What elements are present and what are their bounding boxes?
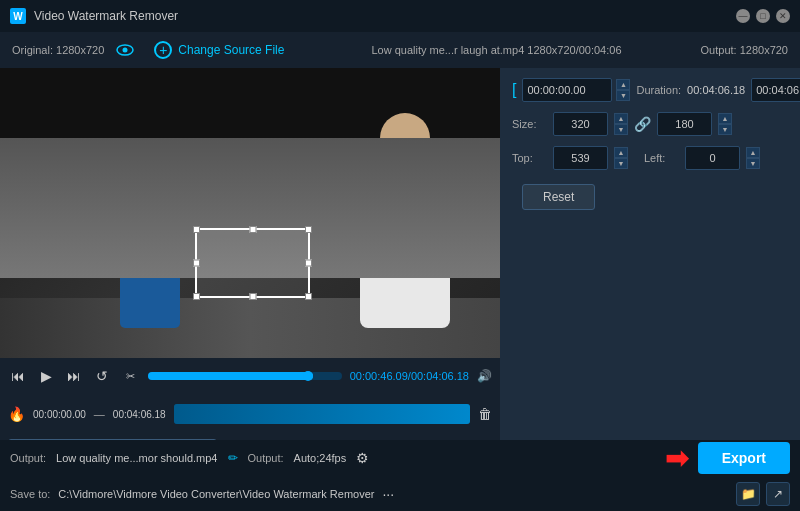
left-down[interactable]: ▼: [746, 158, 760, 169]
width-up[interactable]: ▲: [614, 113, 628, 124]
maximize-button[interactable]: □: [756, 9, 770, 23]
clip-start-time: 00:00:00.00: [33, 409, 86, 420]
size-row: Size: ▲ ▼ 🔗 ▲ ▼: [512, 112, 800, 136]
folder-icon-button[interactable]: 📁: [736, 482, 760, 506]
handle-bottom-right[interactable]: [305, 293, 312, 300]
size-label: Size:: [512, 118, 547, 130]
red-arrow-icon: ➡: [665, 442, 688, 475]
quality-label: Output:: [248, 452, 284, 464]
app-title: Video Watermark Remover: [34, 9, 178, 23]
output-text-label: Output:: [10, 452, 46, 464]
add-circle-icon: +: [154, 41, 172, 59]
left-input[interactable]: [685, 146, 740, 170]
file-info: Low quality me...r laugh at.mp4 1280x720…: [371, 44, 621, 56]
output-filename: Low quality me...mor should.mp4: [56, 452, 217, 464]
playback-controls: ⏮ ▶ ⏭ ↺ ✂ 00:00:46.09/00:04:06.18 🔊: [0, 358, 500, 394]
save-path-value: C:\Vidmore\Vidmore Video Converter\Video…: [58, 488, 374, 500]
prev-button[interactable]: ⏮: [8, 366, 28, 386]
start-time-up[interactable]: ▲: [616, 79, 630, 90]
export-section: ➡ Export: [665, 442, 790, 475]
next-button[interactable]: ⏭: [64, 366, 84, 386]
time-range-row: [ ▲ ▼ Duration: 00:04:06.18 ▲ ▼: [512, 78, 800, 102]
height-down[interactable]: ▼: [718, 124, 732, 135]
play-button[interactable]: ▶: [36, 366, 56, 386]
close-button[interactable]: ✕: [776, 9, 790, 23]
change-source-button[interactable]: + Change Source File: [146, 37, 292, 63]
handle-top-right[interactable]: [305, 226, 312, 233]
handle-mid-left[interactable]: [193, 260, 200, 267]
width-spinners: ▲ ▼: [614, 113, 628, 135]
change-source-label: Change Source File: [178, 43, 284, 57]
top-label: Top:: [512, 152, 547, 164]
end-time-group: ▲ ▼: [751, 78, 800, 102]
start-time-group: ▲ ▼: [522, 78, 630, 102]
clip-end-time: 00:04:06.18: [113, 409, 166, 420]
svg-point-1: [123, 48, 128, 53]
loop-button[interactable]: ↺: [92, 366, 112, 386]
top-bar: Original: 1280x720 + Change Source File …: [0, 32, 800, 68]
start-time-input[interactable]: [522, 78, 612, 102]
app-window: W Video Watermark Remover — □ ✕ Original…: [0, 0, 800, 511]
top-up[interactable]: ▲: [614, 147, 628, 158]
reset-button[interactable]: Reset: [522, 184, 595, 210]
width-down[interactable]: ▼: [614, 124, 628, 135]
handle-top-mid[interactable]: [249, 226, 256, 233]
top-spinners: ▲ ▼: [614, 147, 628, 169]
top-bar-left: Original: 1280x720 + Change Source File: [12, 37, 292, 63]
handle-bottom-left[interactable]: [193, 293, 200, 300]
save-bar: Save to: C:\Vidmore\Vidmore Video Conver…: [0, 476, 800, 511]
export-button[interactable]: Export: [698, 442, 790, 474]
edit-output-icon[interactable]: ✏: [228, 451, 238, 465]
volume-icon[interactable]: 🔊: [477, 369, 492, 383]
size-width-input[interactable]: [553, 112, 608, 136]
save-icon-group: 📁 ↗: [736, 482, 790, 506]
eye-icon[interactable]: [116, 44, 134, 56]
handle-mid-right[interactable]: [305, 260, 312, 267]
left-up[interactable]: ▲: [746, 147, 760, 158]
original-label: Original: 1280x720: [12, 44, 104, 56]
output-label: Output: 1280x720: [701, 44, 788, 56]
current-time-display: 00:00:46.09/00:04:06.18: [350, 370, 469, 382]
clip-dash: —: [94, 408, 105, 420]
clip-bar[interactable]: [174, 404, 470, 424]
left-spinners: ▲ ▼: [746, 147, 760, 169]
playback-timeline[interactable]: [148, 372, 342, 380]
size-height-input[interactable]: [657, 112, 712, 136]
top-input[interactable]: [553, 146, 608, 170]
start-time-spinners: ▲ ▼: [616, 79, 630, 101]
duration-value: 00:04:06.18: [687, 84, 745, 96]
title-bar: W Video Watermark Remover — □ ✕: [0, 0, 800, 32]
left-label: Left:: [644, 152, 679, 164]
bracket-left-icon: [: [512, 81, 516, 99]
position-row: Top: ▲ ▼ Left: ▲ ▼: [512, 146, 800, 170]
top-down[interactable]: ▼: [614, 158, 628, 169]
clip-timeline-section: 🔥 00:00:00.00 — 00:04:06.18 🗑: [0, 394, 500, 434]
height-up[interactable]: ▲: [718, 113, 732, 124]
handle-top-left[interactable]: [193, 226, 200, 233]
more-options-button[interactable]: ···: [382, 486, 394, 502]
fire-icon: 🔥: [8, 406, 25, 422]
end-time-input[interactable]: [751, 78, 800, 102]
selection-box[interactable]: [195, 228, 310, 298]
clip-button[interactable]: ✂: [120, 366, 140, 386]
height-spinners: ▲ ▼: [718, 113, 732, 135]
video-preview[interactable]: [0, 68, 500, 358]
title-bar-left: W Video Watermark Remover: [10, 8, 178, 24]
timeline-thumb[interactable]: [303, 371, 313, 381]
handle-bottom-mid[interactable]: [249, 293, 256, 300]
reset-section: Reset: [512, 180, 800, 210]
timeline-progress: [148, 372, 313, 380]
link-icon: 🔗: [634, 116, 651, 132]
minimize-button[interactable]: —: [736, 9, 750, 23]
delete-clip-icon[interactable]: 🗑: [478, 406, 492, 422]
start-time-down[interactable]: ▼: [616, 90, 630, 101]
save-to-label: Save to:: [10, 488, 50, 500]
settings-icon[interactable]: ⚙: [356, 450, 369, 466]
open-icon-button[interactable]: ↗: [766, 482, 790, 506]
quality-value: Auto;24fps: [294, 452, 347, 464]
output-bar: Output: Low quality me...mor should.mp4 …: [0, 440, 800, 476]
duration-label: Duration:: [636, 84, 681, 96]
app-icon: W: [10, 8, 26, 24]
window-controls: — □ ✕: [736, 9, 790, 23]
clip-range-fill: [174, 404, 470, 424]
